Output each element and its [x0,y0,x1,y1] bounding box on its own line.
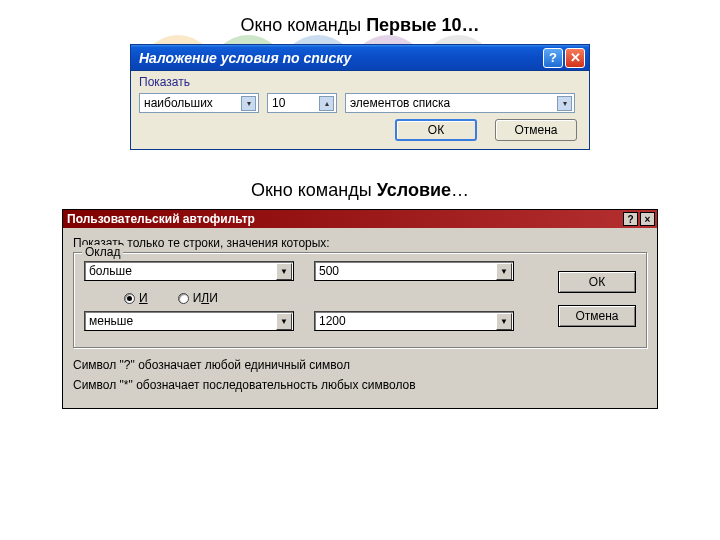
mode-combo[interactable]: наибольших ▾ [139,93,259,113]
close-button[interactable]: × [640,212,655,226]
hint-question-mark: Символ "?" обозначает любой единичный си… [73,358,647,372]
show-group-label: Показать [139,75,581,89]
top10-title: Наложение условия по списку [139,50,541,66]
radio-and-label: И [139,291,148,305]
operator2-value: меньше [89,314,133,328]
unit-combo-value: элементов списка [350,96,450,110]
chevron-down-icon: ▾ [557,96,572,111]
ok-button[interactable]: ОК [558,271,636,293]
chevron-down-icon: ▼ [496,313,512,330]
value1-text: 500 [319,264,339,278]
mode-combo-value: наибольших [144,96,213,110]
cancel-button[interactable]: Отмена [495,119,577,141]
heading-top10: Окно команды Первые 10… [60,15,660,36]
radio-dot-icon [178,293,189,304]
chevron-down-icon: ▼ [496,263,512,280]
chevron-down-icon: ▼ [276,263,292,280]
autofilter-titlebar: Пользовательский автофильтр ? × [63,210,657,228]
top10-dialog: Наложение условия по списку ? ✕ Показать… [130,44,590,150]
radio-or[interactable]: ИЛИ [178,291,218,305]
chevron-down-icon: ▾ [241,96,256,111]
radio-dot-icon [124,293,135,304]
value1-combo[interactable]: 500 ▼ [314,261,514,281]
top10-titlebar: Наложение условия по списку ? ✕ [131,45,589,71]
help-button[interactable]: ? [623,212,638,226]
operator2-combo[interactable]: меньше ▼ [84,311,294,331]
radio-and[interactable]: И [124,291,148,305]
spinner-icon: ▴ [319,96,334,111]
operator1-combo[interactable]: больше ▼ [84,261,294,281]
hint-asterisk: Символ "*" обозначает последовательность… [73,378,647,392]
prompt-label: Показать только те строки, значения кото… [73,236,647,250]
radio-or-label: ИЛИ [193,291,218,305]
value2-text: 1200 [319,314,346,328]
operator1-value: больше [89,264,132,278]
ok-button[interactable]: ОК [395,119,477,141]
unit-combo[interactable]: элементов списка ▾ [345,93,575,113]
close-button[interactable]: ✕ [565,48,585,68]
salary-legend: Оклад [82,245,123,259]
count-spinner[interactable]: 10 ▴ [267,93,337,113]
chevron-down-icon: ▼ [276,313,292,330]
help-button[interactable]: ? [543,48,563,68]
autofilter-dialog: Пользовательский автофильтр ? × Показать… [62,209,658,409]
count-value: 10 [272,96,285,110]
cancel-button[interactable]: Отмена [558,305,636,327]
autofilter-title: Пользовательский автофильтр [67,212,621,226]
salary-group: Оклад больше ▼ 500 ▼ И [73,252,647,348]
value2-combo[interactable]: 1200 ▼ [314,311,514,331]
heading-condition: Окно команды Условие… [60,180,660,201]
